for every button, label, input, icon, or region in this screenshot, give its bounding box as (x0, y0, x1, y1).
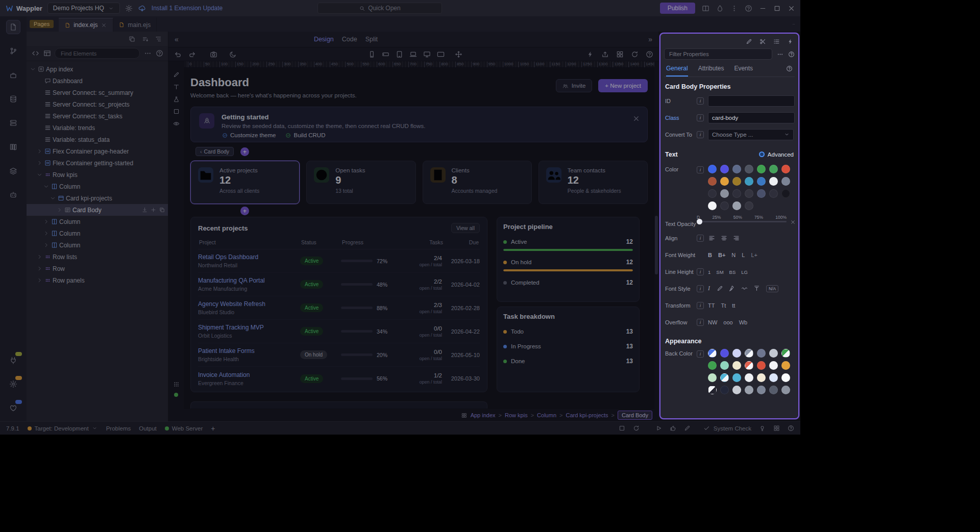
notes-icon[interactable] (684, 425, 691, 432)
project-row-agency-website-refresh[interactable]: Agency Website RefreshBluebird Studio Ac… (198, 296, 480, 320)
line-height-info-icon[interactable]: i (697, 268, 704, 275)
web-server-status[interactable]: Web Server (165, 425, 203, 432)
text-color-swatch[interactable] (769, 177, 778, 186)
edit-properties-icon[interactable] (745, 38, 752, 45)
project-row-invoice-automation[interactable]: Invoice AutomationEvergreen Finance Acti… (198, 367, 480, 390)
kpi-card-open-tasks[interactable]: Open tasks 9 13 total (306, 161, 415, 204)
back-color-swatch[interactable] (720, 361, 729, 370)
chevron-down-icon[interactable] (50, 195, 56, 201)
text-color-swatch[interactable] (745, 165, 753, 173)
text-color-swatch[interactable] (769, 189, 778, 198)
text-color-swatch[interactable] (708, 189, 717, 198)
undo-icon[interactable] (174, 50, 182, 58)
text-color-swatch[interactable] (720, 189, 729, 198)
find-elements-input[interactable] (55, 48, 140, 59)
target-selector[interactable]: Target: Development (28, 425, 98, 432)
activity-pages-button[interactable] (6, 20, 20, 34)
font-weight-option-b[interactable]: B+ (718, 252, 725, 258)
pages-badge[interactable]: Pages (30, 20, 54, 28)
feedback-icon[interactable] (670, 425, 677, 432)
apps-icon[interactable] (773, 425, 780, 432)
settings-icon[interactable] (125, 4, 133, 12)
back-color-swatch[interactable] (745, 361, 753, 370)
more-menu-icon[interactable] (730, 4, 738, 12)
back-color-swatch[interactable] (745, 386, 753, 394)
editor-tab-main-ejs[interactable]: main.ejs (113, 18, 157, 32)
statusbar-help-icon[interactable] (787, 425, 794, 432)
tree-item-flex-container-getting-started[interactable]: Flex Container getting-started (27, 157, 168, 169)
invite-button[interactable]: Invite (556, 79, 593, 92)
text-color-swatch[interactable] (732, 165, 741, 173)
tips-icon[interactable] (758, 425, 766, 432)
overflow-info-icon[interactable]: i (697, 319, 704, 326)
activity-library-button[interactable] (6, 140, 20, 154)
system-check-button[interactable]: System Check (703, 425, 751, 432)
activity-ai-assistant-button[interactable] (6, 188, 20, 202)
chevron-right-icon[interactable] (43, 231, 49, 237)
back-color-swatch[interactable] (732, 349, 741, 358)
text-color-swatch[interactable] (708, 165, 717, 173)
back-color-info-icon[interactable]: i (697, 350, 704, 358)
opacity-slider[interactable]: D25%50%75%100% (697, 215, 794, 222)
back-color-swatch[interactable] (708, 386, 717, 394)
convert-to-select[interactable]: Choose Type ... (708, 129, 794, 140)
window-close-button[interactable] (787, 4, 795, 12)
chevron-right-icon[interactable] (36, 254, 42, 260)
back-color-swatch[interactable] (757, 361, 766, 370)
selection-tag[interactable]: ‹Card Body (195, 147, 234, 156)
tree-item-server-connect-sc-projects[interactable]: Server Connect: sc_projects (27, 98, 168, 110)
font-weight-option-l[interactable]: L+ (751, 252, 757, 258)
add-panel-button[interactable]: + (211, 424, 215, 433)
tree-item-server-connect-sc-tasks[interactable]: Server Connect: sc_tasks (27, 110, 168, 122)
text-color-swatch[interactable] (757, 165, 766, 173)
container-tool-icon[interactable] (173, 108, 180, 115)
project-link[interactable]: Invoice Automation (198, 371, 300, 378)
back-color-swatch[interactable] (781, 373, 790, 382)
text-color-swatch[interactable] (745, 177, 753, 186)
structure-help-icon[interactable] (155, 49, 163, 58)
breadcrumb-current[interactable]: Card Body (618, 411, 652, 420)
pen-icon[interactable] (716, 285, 723, 292)
chevron-right-icon[interactable] (36, 266, 42, 272)
breadcrumb-link-app-index[interactable]: App index (471, 412, 496, 418)
chevron-right-icon[interactable] (36, 160, 42, 166)
resize-handle-icon[interactable] (454, 50, 462, 58)
tree-item-column[interactable]: Column (27, 181, 168, 192)
text-color-swatch[interactable] (757, 177, 766, 186)
line-height-option-sm[interactable]: SM (716, 269, 723, 275)
grid-dots-icon[interactable] (173, 381, 180, 388)
overflow-option-wb[interactable]: Wb (739, 319, 748, 325)
activity-extensions-button[interactable] (6, 68, 20, 82)
text-color-swatch[interactable] (720, 165, 729, 173)
extension-update-icon[interactable] (138, 4, 146, 12)
activity-source-control-button[interactable] (6, 44, 20, 58)
transform-info-icon[interactable]: i (697, 302, 704, 309)
line-height-option-lg[interactable]: LG (741, 269, 748, 275)
redo-icon[interactable] (188, 50, 196, 58)
mode-tab-split[interactable]: Split (365, 36, 378, 43)
viewport-laptop-icon[interactable] (409, 50, 417, 58)
properties-help-icon[interactable] (788, 50, 795, 58)
list-properties-icon[interactable] (773, 38, 780, 45)
back-color-swatch[interactable] (769, 386, 778, 394)
back-color-swatch[interactable] (757, 386, 766, 394)
text-color-swatch[interactable] (745, 201, 753, 210)
font-weight-option-b[interactable]: B (708, 252, 712, 258)
text-color-swatch[interactable] (732, 189, 741, 198)
help-icon[interactable] (744, 4, 752, 12)
activity-settings-button[interactable] (6, 377, 20, 391)
dismiss-getting-started-icon[interactable] (632, 114, 640, 122)
dark-mode-icon[interactable] (229, 50, 237, 58)
line-height-option-1[interactable]: 1 (708, 269, 710, 275)
theme-drop-icon[interactable] (716, 4, 724, 12)
add-child-icon[interactable] (150, 207, 156, 213)
breadcrumb-link-column[interactable]: Column (537, 412, 556, 418)
chevron-right-icon[interactable] (56, 207, 62, 213)
collapse-left-icon[interactable]: « (175, 35, 179, 43)
viewport-desktop-icon[interactable] (423, 50, 431, 58)
back-color-swatch[interactable] (720, 373, 729, 382)
output-button[interactable]: Output (139, 425, 157, 432)
back-color-swatch[interactable] (769, 373, 778, 382)
font-weight-option-n[interactable]: N (731, 252, 736, 258)
chevron-right-icon[interactable] (36, 277, 42, 284)
